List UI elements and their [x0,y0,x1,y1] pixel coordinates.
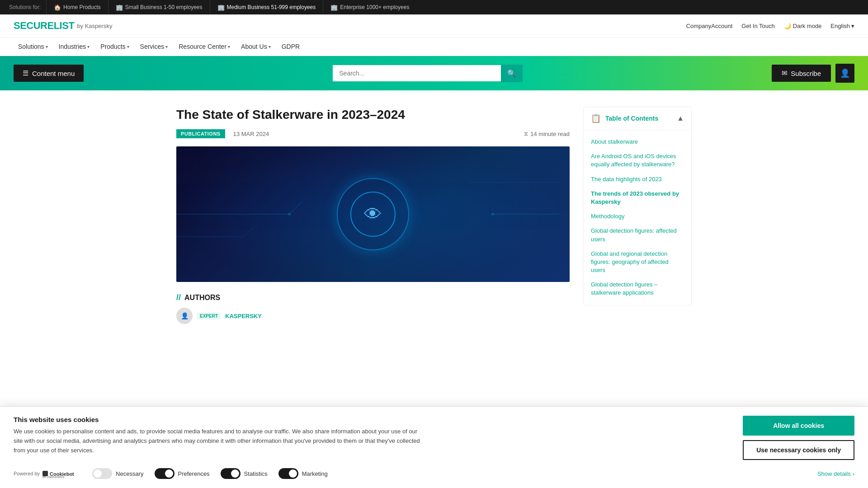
toc-item-0[interactable]: About stalkerware [584,135,691,149]
table-of-contents: 📋 Table of Contents ▲ About stalkerware … [583,107,692,305]
authors-label-text: AUTHORS [184,294,220,302]
language-selector[interactable]: English ▾ [830,23,854,29]
read-time-label: 14 minute read [530,131,570,137]
svg-line-6 [244,223,258,237]
industries-chevron-icon: ▾ [87,44,90,49]
topbar-medium-label: Medium Business 51-999 employees [227,4,316,10]
topbar-medium[interactable]: 🏢 Medium Business 51-999 employees [210,0,323,14]
user-icon: 👤 [840,68,850,78]
logo-kaspersky: by Kaspersky [77,23,112,29]
toc-item-5[interactable]: Global detection figures: affected users [584,224,691,246]
toc-collapse-button[interactable]: ▲ [677,114,684,122]
moon-icon: 🌙 [784,23,791,29]
subscribe-label: Subscribe [791,70,821,77]
nav-products-label: Products [100,43,125,50]
content-menu-button[interactable]: ☰ Content menu [14,65,84,82]
toc-title-wrap: 📋 Table of Contents [591,113,658,123]
home-icon: 🏠 [54,4,61,11]
nav-resource-label: Resource Center [179,43,226,50]
toc-item-2[interactable]: The data highlights of 2023 [584,172,691,187]
solutions-chevron-icon: ▾ [46,44,48,49]
search-icon: 🔍 [507,70,516,77]
main-nav: Solutions ▾ Industries ▾ Products ▾ Serv… [0,38,868,56]
content-menu-label: Content menu [32,70,75,77]
search-input[interactable] [333,65,501,81]
envelope-icon: ✉ [782,69,788,77]
toc-header: 📋 Table of Contents ▲ [584,107,691,130]
article-title: The State of Stalkerware in 2023–2024 [176,107,570,123]
authors-section: // AUTHORS 👤 Expert KASPERSKY [176,293,570,324]
chevron-down-icon: ▾ [851,23,854,29]
topbar-enterprise-label: Enterprise 1000+ employees [340,4,409,10]
search-bar: 🔍 [333,65,523,82]
toc-title: Table of Contents [605,115,658,122]
toc-item-4[interactable]: Methodology [584,209,691,224]
logo-securelist: SECURELIST [14,20,74,32]
slash-decoration: // [176,293,181,302]
author-badge: Expert [197,313,221,319]
banner: ☰ Content menu 🔍 ✉ Subscribe 👤 [0,56,868,90]
nav-resource-center[interactable]: Resource Center ▾ [174,38,235,56]
sidebar: 📋 Table of Contents ▲ About stalkerware … [583,107,692,324]
top-bar: Solutions for: 🏠 Home Products 🏢 Small B… [0,0,868,14]
article-tag: PUBLICATIONS [176,129,225,138]
medium-biz-icon: 🏢 [217,4,225,11]
language-label: English [830,23,850,29]
logo[interactable]: SECURELIST by Kaspersky [14,20,112,32]
nav-services[interactable]: Services ▾ [136,38,173,56]
toc-icon: 📋 [591,113,601,123]
header-right: CompanyAccount Get In Touch 🌙 Dark mode … [686,23,854,29]
article-meta: PUBLICATIONS 13 MAR 2024 ⧖ 14 minute rea… [176,129,570,138]
author-row: 👤 Expert KASPERSKY [176,308,570,324]
author-avatar: 👤 [176,308,193,324]
topbar-small[interactable]: 🏢 Small Business 1-50 employees [108,0,210,14]
user-account-button[interactable]: 👤 [835,64,854,83]
dark-mode-label: Dark mode [793,23,822,29]
nav-products[interactable]: Products ▾ [96,38,133,56]
toc-item-6[interactable]: Global and regional detection figures: g… [584,247,691,278]
clock-icon: ⧖ [524,130,528,137]
svg-point-4 [491,213,494,216]
nav-gdpr-label: GDPR [282,43,300,50]
get-in-touch-link[interactable]: Get In Touch [741,23,774,29]
topbar-home-label: Home Products [63,4,101,10]
small-biz-icon: 🏢 [116,4,123,11]
article-area: The State of Stalkerware in 2023–2024 PU… [176,107,570,324]
avatar-icon: 👤 [181,312,189,319]
authors-heading: // AUTHORS [176,293,570,302]
resource-chevron-icon: ▾ [228,44,230,49]
nav-about-us[interactable]: About Us ▾ [236,38,275,56]
banner-right: ✉ Subscribe 👤 [772,64,854,83]
article-read-time: ⧖ 14 minute read [524,130,570,137]
products-chevron-icon: ▾ [127,44,129,49]
hero-circuit-overlay [176,146,570,282]
nav-industries[interactable]: Industries ▾ [54,38,94,56]
topbar-small-label: Small Business 1-50 employees [125,4,203,10]
toc-item-1[interactable]: Are Android OS and iOS devices equally a… [584,149,691,172]
toc-item-3[interactable]: The trends of 2023 observed by Kaspersky [584,187,691,209]
toc-list: About stalkerware Are Android OS and iOS… [584,130,691,305]
svg-point-3 [288,213,291,216]
enterprise-icon: 🏢 [330,4,338,11]
toc-item-7[interactable]: Global detection figures – stalkerware a… [584,277,691,300]
header: SECURELIST by Kaspersky CompanyAccount G… [0,14,868,38]
nav-solutions[interactable]: Solutions ▾ [14,38,52,56]
svg-line-2 [289,201,303,214]
article-hero-image: 👁 [176,146,570,282]
about-chevron-icon: ▾ [269,44,271,49]
nav-solutions-label: Solutions [18,43,44,50]
nav-gdpr[interactable]: GDPR [277,38,304,56]
nav-industries-label: Industries [59,43,86,50]
menu-icon: ☰ [23,69,28,77]
author-name: KASPERSKY [225,313,262,319]
solutions-label: Solutions for: [9,4,41,10]
topbar-home[interactable]: 🏠 Home Products [46,0,108,14]
nav-services-label: Services [140,43,165,50]
nav-about-label: About Us [241,43,267,50]
company-account-link[interactable]: CompanyAccount [686,23,733,29]
search-button[interactable]: 🔍 [501,65,523,82]
dark-mode-button[interactable]: 🌙 Dark mode [784,23,822,29]
main-content: The State of Stalkerware in 2023–2024 PU… [167,90,701,340]
subscribe-button[interactable]: ✉ Subscribe [772,65,831,82]
topbar-enterprise[interactable]: 🏢 Enterprise 1000+ employees [323,0,416,14]
